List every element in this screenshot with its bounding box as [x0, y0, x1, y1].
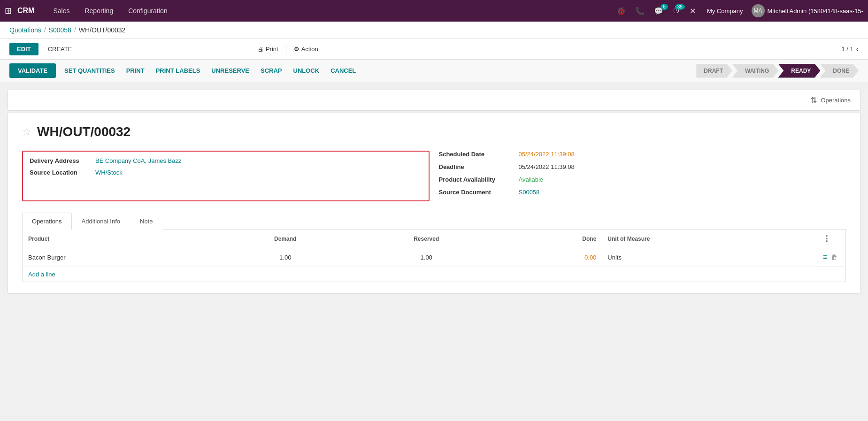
print-labels-button[interactable]: PRINT LABELS [153, 65, 203, 76]
col-demand: Demand [218, 230, 353, 248]
source-document-label: Source Document [439, 189, 514, 196]
source-document-row: Source Document S00058 [439, 189, 846, 196]
source-location-label: Source Location [30, 169, 91, 176]
user-name: Mitchell Admin (15804148-saas-15- [768, 8, 864, 15]
main-content: ⇅ Operations ☆ WH/OUT/00032 Delivery Add… [0, 82, 868, 301]
col-done: Done [500, 230, 602, 248]
add-line-button[interactable]: Add a line [23, 267, 61, 282]
tab-additional-info[interactable]: Additional Info [72, 213, 130, 230]
source-location-value[interactable]: WH/Stock [95, 169, 123, 176]
breadcrumb-sep-1: / [44, 26, 46, 34]
nav-sales[interactable]: Sales [47, 7, 75, 15]
scrap-button[interactable]: SCRAP [258, 65, 285, 76]
status-pipeline: DRAFT WAITING READY DONE [697, 64, 859, 78]
breadcrumb: Quotations / S00058 / WH/OUT/00032 [0, 22, 868, 39]
delivery-address-value[interactable]: BE Company CoA, James Bazz [95, 157, 182, 164]
print-button-bar[interactable]: PRINT [123, 65, 147, 76]
column-options-icon[interactable]: ⋮ [823, 235, 830, 243]
deadline-value[interactable]: 05/24/2022 11:39:08 [519, 163, 575, 170]
chat-badge: 6 [661, 4, 668, 10]
col-product: Product [23, 230, 218, 248]
create-button[interactable]: CREATE [44, 43, 76, 55]
breadcrumb-sep-2: / [74, 26, 76, 34]
right-fields-panel: Scheduled Date 05/24/2022 11:39:08 Deadl… [439, 151, 846, 201]
chat-icon[interactable]: 💬 6 [651, 7, 666, 15]
delivery-address-row: Delivery Address BE Company CoA, James B… [30, 157, 422, 164]
record-title-row: ☆ WH/OUT/00032 [22, 124, 846, 139]
prev-page-button[interactable]: ‹ [856, 45, 859, 54]
product-availability-row: Product Availability Available [439, 176, 846, 183]
clock-icon[interactable]: ⏱ 35 [670, 7, 683, 15]
print-button[interactable]: 🖨 Print [258, 46, 278, 53]
status-draft: DRAFT [696, 64, 732, 78]
gear-icon: ⚙ [294, 46, 300, 53]
scheduled-date-label: Scheduled Date [439, 151, 514, 158]
favorite-star-icon[interactable]: ☆ [22, 126, 31, 138]
phone-icon[interactable]: 📞 [632, 7, 647, 15]
unlock-button[interactable]: UNLOCK [291, 65, 323, 76]
grid-menu-icon[interactable]: ⊞ [5, 6, 12, 16]
source-location-row: Source Location WH/Stock [30, 169, 422, 176]
row-delete-icon[interactable]: 🗑 [831, 253, 837, 261]
settings-icon[interactable]: ✕ [687, 7, 699, 15]
record-title: WH/OUT/00032 [37, 124, 131, 139]
avatar[interactable]: MA [752, 4, 765, 17]
scheduled-date-row: Scheduled Date 05/24/2022 11:39:08 [439, 151, 846, 158]
status-done: DONE [820, 64, 859, 78]
operations-table: Product Demand Reserved Done Unit of Mea… [23, 230, 845, 267]
print-label: Print [266, 46, 278, 53]
tab-note[interactable]: Note [130, 213, 162, 230]
action-label: Action [301, 46, 318, 53]
row-reserved: 1.00 [353, 248, 500, 267]
action-button[interactable]: ⚙ Action [294, 46, 318, 53]
clock-badge: 35 [675, 4, 685, 10]
product-availability-label: Product Availability [439, 176, 514, 183]
row-list-icon[interactable]: ≡ [823, 253, 827, 261]
col-reserved: Reserved [353, 230, 500, 248]
app-brand[interactable]: CRM [17, 7, 34, 15]
row-product: Bacon Burger [23, 248, 218, 267]
nav-reporting[interactable]: Reporting [79, 7, 119, 15]
page-indicator: 1 / 1 [841, 46, 853, 53]
breadcrumb-current: WH/OUT/00032 [79, 26, 126, 34]
record-card: ☆ WH/OUT/00032 Delivery Address BE Compa… [8, 113, 860, 294]
row-demand: 1.00 [218, 248, 353, 267]
cancel-button[interactable]: CANCEL [328, 65, 359, 76]
deadline-label: Deadline [439, 163, 514, 170]
scheduled-date-value[interactable]: 05/24/2022 11:39:08 [519, 151, 575, 158]
edit-button[interactable]: EDIT [9, 43, 38, 55]
deadline-row: Deadline 05/24/2022 11:39:08 [439, 163, 846, 170]
status-ready: READY [778, 64, 820, 78]
unreserve-button[interactable]: UNRESERVE [208, 65, 252, 76]
breadcrumb-quotations[interactable]: Quotations [9, 26, 41, 34]
tabs-header: Operations Additional Info Note [22, 213, 846, 230]
nav-configuration[interactable]: Configuration [123, 7, 173, 15]
row-unit: Units [602, 248, 817, 267]
left-fields-panel: Delivery Address BE Company CoA, James B… [22, 151, 430, 201]
top-navigation: ⊞ CRM Sales Reporting Configuration 🐞 📞 … [0, 0, 868, 22]
bug-icon[interactable]: 🐞 [614, 7, 629, 15]
sort-icon[interactable]: ⇅ [811, 96, 817, 105]
set-quantities-button[interactable]: SET QUANTITIES [61, 65, 118, 76]
col-unit: Unit of Measure [602, 230, 817, 248]
validate-button[interactable]: VALIDATE [9, 63, 56, 78]
printer-icon: 🖨 [258, 46, 264, 53]
ops-header-panel: ⇅ Operations [8, 90, 860, 111]
source-document-value[interactable]: S00058 [519, 189, 540, 196]
user-info: MA Mitchell Admin (15804148-saas-15- [752, 4, 864, 17]
product-availability-value: Available [519, 176, 544, 183]
action-bar: EDIT CREATE 🖨 Print ⚙ Action 1 / 1 ‹ [0, 39, 868, 60]
page-navigation: 1 / 1 ‹ [841, 45, 859, 54]
validate-bar: VALIDATE SET QUANTITIES PRINT PRINT LABE… [0, 60, 868, 82]
status-waiting: WAITING [732, 64, 778, 78]
table-row: Bacon Burger 1.00 1.00 0.00 Units ≡ 🗑 [23, 248, 845, 267]
breadcrumb-s00058[interactable]: S00058 [49, 26, 71, 34]
table-container: Product Demand Reserved Done Unit of Mea… [22, 230, 846, 282]
company-name: My Company [707, 8, 743, 15]
tab-operations[interactable]: Operations [22, 213, 72, 230]
row-done: 0.00 [500, 248, 602, 267]
delivery-address-label: Delivery Address [30, 157, 91, 164]
tabs-container: Operations Additional Info Note Product … [22, 213, 846, 282]
ops-header-label: Operations [821, 97, 851, 104]
record-fields: Delivery Address BE Company CoA, James B… [22, 151, 846, 201]
